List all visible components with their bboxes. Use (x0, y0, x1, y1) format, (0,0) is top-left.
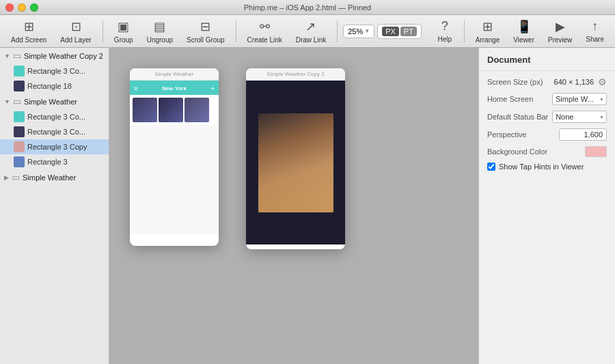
toolbar: ⊞ Add Screen ⊡ Add Layer ▣ Group ▤ Ungro… (0, 15, 615, 48)
add-layer-icon: ⊡ (71, 19, 81, 34)
phone-frame-2[interactable]: Simple Weather Copy 2 (246, 68, 345, 249)
layer-thumb (14, 66, 25, 76)
show-tap-hints-row: Show Tap Hints in Viewer (487, 163, 607, 171)
add-screen-icon: ⊞ (24, 19, 34, 34)
fullscreen-button[interactable] (30, 3, 38, 12)
title-bar: Phimp.me – iOS App 2.html — Pinned (0, 0, 615, 15)
phone-images (130, 95, 219, 125)
bg-color-swatch[interactable] (585, 146, 607, 157)
help-button[interactable]: ? Help (431, 16, 459, 46)
layer-thumb (14, 81, 25, 92)
home-screen-select[interactable]: Simple W... (552, 93, 607, 105)
phone-image-1 (133, 98, 157, 122)
traffic-lights (5, 3, 38, 12)
create-link-icon: ⚯ (260, 19, 270, 34)
toolbar-right: ? Help ⊞ Arrange 📱 Viewer ▶ Preview ↑ Sh… (431, 16, 610, 46)
screen1-label: Simple Weather (130, 68, 219, 81)
phone-dark-content (246, 81, 345, 244)
phone-content-area (130, 125, 219, 234)
separator-3 (337, 20, 338, 42)
chevron-down-icon: ▼ (4, 53, 10, 59)
home-screen-select-wrap[interactable]: Simple W... (552, 93, 607, 105)
group-icon: ▣ (118, 19, 129, 34)
status-bar-select-wrap[interactable]: None (552, 111, 607, 123)
share-button[interactable]: ↑ Share (580, 16, 610, 46)
screen-size-label: Screen Size (px) (487, 78, 543, 86)
units-control[interactable]: PX PT (377, 24, 422, 39)
minimize-button[interactable] (18, 3, 26, 12)
home-screen-row: Home Screen Simple W... (487, 93, 607, 105)
panel-section-main: Screen Size (px) 640 × 1,136 ⚙ Home Scre… (479, 71, 615, 176)
home-screen-label: Home Screen (487, 95, 542, 103)
sidebar-item-rect3co-1[interactable]: Rectangle 3 Co... (0, 64, 109, 79)
main-layout: ▼ ▭ Simple Weather Copy 2 Rectangle 3 Co… (0, 48, 615, 364)
perspective-input[interactable] (559, 128, 607, 141)
status-bar-label: Default Status Bar (487, 113, 548, 121)
right-panel: Document Screen Size (px) 640 × 1,136 ⚙ … (478, 48, 615, 364)
gear-icon[interactable]: ⚙ (598, 76, 607, 87)
pt-badge[interactable]: PT (400, 27, 417, 36)
close-button[interactable] (5, 3, 14, 12)
perspective-row: Perspective (487, 128, 607, 141)
layer-thumb (14, 156, 25, 167)
arrange-icon: ⊞ (482, 19, 493, 34)
plus-icon: + (210, 85, 215, 92)
sidebar-item-rect3co-3[interactable]: Rectangle 3 Co... (0, 124, 109, 139)
preview-button[interactable]: ▶ Preview (543, 16, 578, 46)
folder-icon: ▭ (13, 51, 21, 61)
arrange-button[interactable]: ⊞ Arrange (470, 16, 506, 46)
scroll-group-icon: ⊟ (200, 19, 210, 34)
group-button[interactable]: ▣ Group (109, 16, 139, 46)
sidebar-group-simple-weather-label: Simple Weather (24, 98, 77, 106)
help-icon: ? (441, 19, 448, 33)
sidebar-group-copy2-label: Simple Weather Copy 2 (24, 52, 103, 60)
share-icon: ↑ (592, 19, 598, 33)
sidebar-item-simple-weather-page[interactable]: ▶ ▭ Simple Weather (0, 169, 109, 185)
bg-color-label: Background Color (487, 148, 547, 156)
ungroup-button[interactable]: ▤ Ungroup (141, 16, 178, 46)
bg-color-row: Background Color (487, 146, 607, 157)
layer-thumb (14, 111, 25, 122)
sidebar-item-rect18[interactable]: Rectangle 18 (0, 79, 109, 94)
canvas-area[interactable]: Simple Weather ≡ New York + Simple Weath… (109, 48, 478, 364)
separator-4 (464, 20, 465, 42)
chevron-down-icon: ▼ (4, 98, 10, 105)
sidebar-item-rect3co-2[interactable]: Rectangle 3 Co... (0, 109, 109, 124)
viewer-icon: 📱 (517, 19, 532, 34)
window-title: Phimp.me – iOS App 2.html — Pinned (244, 3, 371, 12)
sidebar: ▼ ▭ Simple Weather Copy 2 Rectangle 3 Co… (0, 48, 109, 364)
ungroup-icon: ▤ (154, 19, 165, 34)
show-tap-hints-checkbox[interactable] (487, 163, 495, 171)
sidebar-item-rect3[interactable]: Rectangle 3 (0, 154, 109, 169)
screen2-label: Simple Weather Copy 2 (246, 68, 345, 81)
sidebar-item-rect3copy[interactable]: Rectangle 3 Copy (0, 139, 109, 154)
layer-thumb (14, 141, 25, 152)
status-bar-select[interactable]: None (552, 111, 607, 123)
preview-icon: ▶ (556, 19, 565, 34)
sidebar-group-copy2[interactable]: ▼ ▭ Simple Weather Copy 2 (0, 48, 109, 64)
scroll-group-button[interactable]: ⊟ Scroll Group (181, 16, 230, 46)
portrait-overlay (258, 163, 333, 212)
zoom-chevron-icon: ▼ (364, 28, 370, 34)
zoom-control[interactable]: 25% ▼ (343, 25, 374, 38)
phone-frame-1[interactable]: Simple Weather ≡ New York + (130, 68, 219, 246)
phone-subtitle: New York (138, 85, 210, 92)
separator-1 (102, 20, 103, 42)
add-screen-button[interactable]: ⊞ Add Screen (5, 16, 52, 46)
phone-portrait (258, 113, 333, 212)
folder-icon: ▭ (13, 96, 21, 107)
layer-thumb (14, 126, 25, 137)
viewer-button[interactable]: 📱 Viewer (508, 16, 539, 46)
add-layer-button[interactable]: ⊡ Add Layer (55, 16, 97, 46)
perspective-label: Perspective (487, 130, 542, 139)
px-badge[interactable]: PX (382, 27, 399, 36)
screen-size-value: 640 × 1,136 (547, 78, 594, 86)
show-tap-hints-label: Show Tap Hints in Viewer (499, 163, 584, 171)
screen-size-row: Screen Size (px) 640 × 1,136 ⚙ (487, 76, 607, 87)
page-icon: ▭ (12, 172, 20, 182)
create-link-button[interactable]: ⚯ Create Link (242, 16, 288, 46)
sidebar-group-simple-weather[interactable]: ▼ ▭ Simple Weather (0, 94, 109, 109)
phone-image-2 (159, 98, 183, 122)
chevron-right-icon: ▶ (4, 174, 9, 181)
draw-link-button[interactable]: ↗ Draw Link (290, 16, 331, 46)
